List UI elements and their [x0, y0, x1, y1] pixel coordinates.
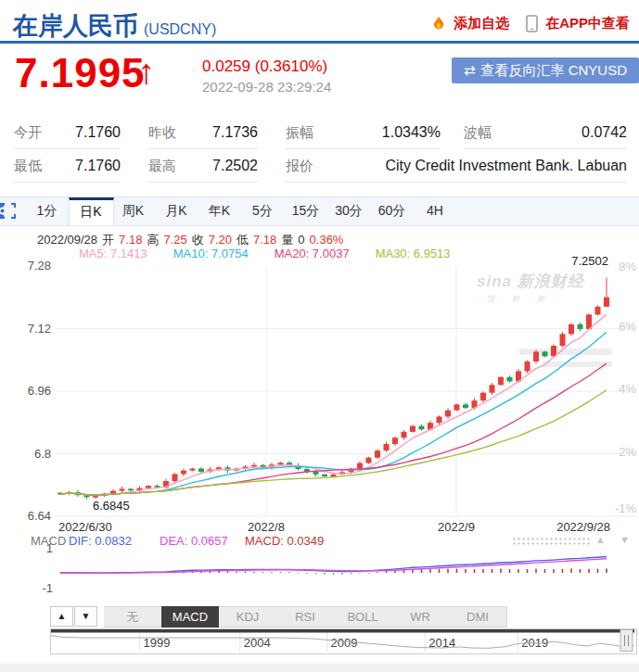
candle-body[interactable] [251, 465, 257, 467]
candle-body[interactable] [322, 475, 327, 476]
x-axis-tick: 2022/8 [248, 520, 285, 533]
candle-body[interactable] [146, 486, 151, 488]
candle-body[interactable] [278, 463, 284, 464]
macd-bar [368, 573, 370, 574]
candle-body[interactable] [595, 307, 601, 314]
view-in-app-button[interactable]: 在APP中查看 [545, 15, 630, 32]
period-tab-月K[interactable]: 月K [155, 197, 198, 224]
candle-body[interactable] [463, 404, 468, 408]
candle-body[interactable] [454, 404, 460, 410]
add-watchlist-button[interactable]: 添加自选 [454, 15, 509, 32]
period-tab-1分[interactable]: 1分 [25, 197, 69, 224]
candle-body[interactable] [604, 298, 609, 307]
candle-body[interactable] [551, 346, 556, 356]
stat-label: 最低 [14, 154, 42, 178]
y-axis-tick: 6.8 [34, 447, 51, 461]
candle-body[interactable] [110, 491, 116, 494]
period-tab-60分[interactable]: 60分 [370, 197, 414, 224]
period-tab-4H[interactable]: 4H [414, 197, 457, 224]
stat-cell-最高: 最高7.2502 [148, 154, 258, 183]
navigator-scroll-handle[interactable] [620, 630, 633, 652]
period-tab-30分[interactable]: 30分 [327, 197, 371, 224]
candle-body[interactable] [198, 469, 204, 472]
scroll-down-button[interactable]: ▼ [74, 606, 97, 627]
period-tab-周K[interactable]: 周K [111, 197, 155, 224]
pct-axis-tick: -1% [615, 501, 637, 515]
candle-body[interactable] [84, 495, 90, 497]
instrument-name: 在岸人民币 [13, 12, 138, 40]
ohlc-part: 收 [192, 233, 204, 247]
indicator-tab-KDJ[interactable]: KDJ [219, 606, 277, 628]
navigator-chart[interactable]: 19992004200920142019 [51, 629, 636, 653]
indicator-tab-DMI[interactable]: DMI [449, 606, 507, 628]
period-tab-年K[interactable]: 年K [198, 197, 241, 224]
low-annotation: 6.6845 [93, 499, 130, 513]
quote-timestamp: 2022-09-28 23:29:24 [202, 79, 331, 95]
candle-body[interactable] [93, 496, 98, 498]
macd-bar [351, 573, 352, 574]
candle-body[interactable] [384, 444, 390, 450]
candle-body[interactable] [560, 334, 566, 346]
candle-body[interactable] [533, 351, 539, 361]
candle-body[interactable] [181, 471, 186, 475]
candle-body[interactable] [402, 432, 407, 437]
header-divider [0, 41, 639, 44]
period-tab-15分[interactable]: 15分 [284, 197, 327, 224]
macd-bar [324, 573, 326, 575]
macd-bar [553, 569, 555, 573]
macd-bar [315, 573, 317, 574]
candlestick-chart[interactable]: 7.287.126.966.86.648%6%4%2%-1%7.25026.68… [0, 250, 639, 533]
candle-body[interactable] [392, 437, 398, 444]
candle-body[interactable] [366, 458, 372, 463]
candle-body[interactable] [525, 361, 530, 372]
stat-label: 今开 [14, 120, 42, 145]
indicator-tab-RSI[interactable]: RSI [276, 606, 335, 628]
macd-bar [227, 571, 229, 573]
candle-body[interactable] [578, 324, 583, 329]
stat-label: 振幅 [286, 120, 313, 145]
candle-body[interactable] [313, 472, 319, 475]
candle-body[interactable] [357, 463, 363, 469]
x-axis-tick: 2022/6/30 [58, 520, 112, 533]
candle-body[interactable] [445, 411, 451, 417]
indicator-tab-MACD[interactable]: MACD [161, 606, 220, 628]
candle-body[interactable] [190, 469, 196, 471]
indicator-tab-BOLL[interactable]: BOLL [334, 606, 392, 628]
ohlc-part: 量 [281, 233, 293, 247]
ohlc-part: 7.25 [163, 233, 186, 247]
period-tab-5分[interactable]: 5分 [241, 197, 285, 224]
candle-body[interactable] [543, 351, 548, 356]
stat-cell-波幅: 波幅0.0742 [464, 120, 627, 149]
candle-body[interactable] [437, 416, 442, 423]
macd-bar [580, 569, 581, 573]
macd-chart[interactable]: 1-1 [0, 533, 639, 605]
candle-body[interactable] [490, 385, 495, 392]
reverse-rate-button[interactable]: ⇄ 查看反向汇率 CNYUSD [452, 57, 639, 83]
ma-line-5 [60, 314, 607, 495]
candle-body[interactable] [480, 393, 486, 400]
candle-body[interactable] [128, 488, 134, 490]
candle-body[interactable] [331, 475, 337, 476]
candle-body[interactable] [173, 474, 178, 481]
high-annotation: 7.2502 [571, 254, 608, 268]
candle-body[interactable] [569, 324, 574, 335]
more-options-icon[interactable] [0, 203, 5, 219]
candle-body[interactable] [498, 377, 504, 385]
scroll-up-button[interactable]: ▲ [50, 606, 73, 627]
macd-bar [306, 573, 308, 574]
candle-body[interactable] [507, 377, 513, 382]
candle-body[interactable] [419, 426, 425, 430]
ohlc-part: 7.18 [119, 233, 142, 247]
indicator-tab-无[interactable]: 无 [104, 606, 162, 628]
candle-body[interactable] [120, 488, 125, 490]
indicator-tab-WR[interactable]: WR [391, 606, 450, 628]
header-actions: 添加自选 在APP中查看 [431, 15, 630, 32]
candle-body[interactable] [410, 426, 415, 432]
stat-label: 波幅 [464, 120, 492, 145]
candle-body[interactable] [586, 314, 592, 329]
navigator-selected-range[interactable] [51, 629, 634, 633]
period-tab-日K[interactable]: 日K [69, 197, 114, 225]
macd-bar [482, 569, 484, 573]
ma-line-30 [60, 390, 607, 495]
candle-body[interactable] [375, 450, 380, 458]
